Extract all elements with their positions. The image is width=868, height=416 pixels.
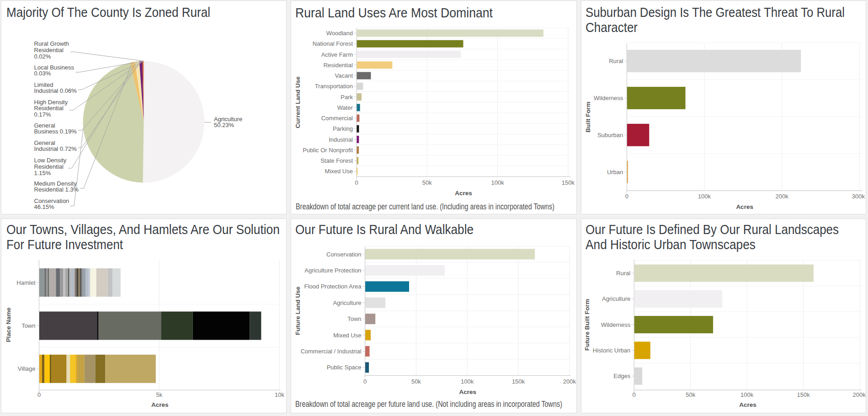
svg-text:100k: 100k [740,391,754,398]
svg-text:Local Business: Local Business [34,64,75,71]
svg-text:0: 0 [37,391,41,398]
svg-text:Residential: Residential [34,163,64,170]
svg-text:Our Future Is Rural And Walkab: Our Future Is Rural And Walkable [295,222,474,237]
svg-text:Rural: Rural [609,58,623,64]
svg-text:Transportation: Transportation [315,83,353,90]
svg-text:Residential: Residential [324,62,353,69]
svg-text:Commercial / Industrial: Commercial / Industrial [301,348,362,355]
svg-text:50k: 50k [411,378,421,385]
svg-text:Medium Density: Medium Density [34,180,77,187]
svg-text:Built Form: Built Form [585,101,591,133]
svg-text:Conservation: Conservation [326,251,362,258]
svg-text:Future Land Use: Future Land Use [294,286,301,335]
svg-text:Limited: Limited [34,81,53,88]
svg-text:Active Farm: Active Farm [321,51,353,58]
svg-text:0.17%: 0.17% [34,111,51,118]
svg-text:Acres: Acres [459,389,477,395]
svg-text:Park: Park [341,94,353,101]
svg-text:50k: 50k [686,391,695,398]
svg-text:150k: 150k [562,179,575,186]
svg-text:150k: 150k [797,391,810,398]
svg-text:Place Name: Place Name [5,307,12,342]
svg-text:Acres: Acres [455,190,472,197]
svg-text:1.15%: 1.15% [34,170,51,176]
svg-text:Woodland: Woodland [326,30,353,37]
svg-text:200k: 200k [563,378,576,385]
svg-text:300k: 300k [852,193,865,200]
svg-text:0.03%: 0.03% [34,70,51,77]
svg-text:Low Density: Low Density [34,157,67,164]
svg-text:State Forest: State Forest [320,157,353,164]
svg-text:46.15%: 46.15% [34,203,55,210]
svg-text:100k: 100k [698,193,711,200]
svg-text:Current Land Use: Current Land Use [294,76,301,128]
svg-text:100k: 100k [491,179,504,186]
svg-text:Water: Water [337,104,353,111]
svg-text:Commercial: Commercial [321,115,353,122]
svg-text:0: 0 [625,193,628,200]
svg-text:Conservation: Conservation [34,197,69,204]
svg-text:Hamlet: Hamlet [16,279,36,286]
svg-text:50k: 50k [422,179,432,186]
svg-text:Wilderness: Wilderness [594,95,623,101]
svg-text:Industrial 0.72%: Industrial 0.72% [34,145,77,152]
svg-text:Business 0.19%: Business 0.19% [34,128,77,135]
svg-text:100k: 100k [461,378,474,385]
svg-text:Acres: Acres [151,401,169,408]
svg-text:200k: 200k [776,193,789,200]
svg-text:Residential: Residential [34,47,64,53]
svg-text:150k: 150k [512,378,525,385]
svg-text:Future Built Form: Future Built Form [584,299,591,351]
svg-text:Rural: Rural [616,270,630,277]
svg-text:0: 0 [633,391,636,398]
svg-text:0: 0 [363,378,367,385]
svg-text:Rural Growth: Rural Growth [34,40,69,47]
svg-text:Agriculture: Agriculture [214,116,242,123]
svg-text:10k: 10k [275,391,284,398]
svg-text:For Future Investment: For Future Investment [6,237,123,252]
svg-text:Town: Town [347,315,361,322]
svg-text:Vacant: Vacant [335,72,353,79]
svg-text:Suburban: Suburban [597,132,623,139]
svg-text:Acres: Acres [739,401,756,408]
svg-text:Public Space: Public Space [327,364,362,371]
svg-text:Urban: Urban [607,169,623,176]
svg-text:Historic Urban: Historic Urban [593,347,630,354]
svg-text:Acres: Acres [736,203,753,210]
svg-text:Agriculture Protection: Agriculture Protection [304,267,361,274]
svg-text:Residential: Residential [34,105,64,112]
svg-text:Flood Protection Area: Flood Protection Area [304,283,362,290]
svg-text:Wilderness: Wilderness [601,321,631,328]
svg-text:200k: 200k [853,391,866,398]
svg-text:Industrial: Industrial [329,136,353,143]
svg-text:Character: Character [586,20,638,35]
svg-text:5k: 5k [156,391,162,398]
svg-text:Majority Of The County Is Zone: Majority Of The County Is Zoned Rural [6,5,210,20]
svg-text:Rural Land Uses Are Most Domin: Rural Land Uses Are Most Dominant [295,5,493,20]
svg-text:Residential 1.3%: Residential 1.3% [34,186,79,193]
svg-text:Parking: Parking [333,125,353,132]
svg-text:0: 0 [355,179,358,186]
svg-text:Mixed Use: Mixed Use [333,332,361,339]
svg-text:Agriculture: Agriculture [602,295,630,302]
svg-text:General: General [34,122,55,129]
svg-text:Town: Town [21,322,35,329]
svg-text:50.23%: 50.23% [214,122,234,128]
svg-text:Our Towns, Villages, And Hamle: Our Towns, Villages, And Hamlets Are Our… [6,222,280,237]
svg-text:National Forest: National Forest [313,40,353,47]
svg-text:Breakdown of total acreage per: Breakdown of total acreage per future la… [295,400,562,409]
svg-text:Agriculture: Agriculture [333,299,361,306]
svg-text:High Density: High Density [34,99,68,106]
svg-text:Village: Village [18,365,36,372]
svg-text:Mixed Use: Mixed Use [325,168,353,175]
svg-text:Suburban Design Is The Greates: Suburban Design Is The Greatest Threat T… [586,5,845,20]
svg-text:General: General [34,139,55,146]
svg-text:Our Future Is Defined By Our R: Our Future Is Defined By Our Rural Lands… [586,222,839,237]
svg-text:Breakdown of total acreage per: Breakdown of total acreage per current l… [296,202,554,211]
svg-text:Industrial 0.06%: Industrial 0.06% [34,87,77,94]
svg-text:Edges: Edges [613,373,630,379]
svg-text:0.02%: 0.02% [34,53,51,60]
svg-text:And Historic Urban Townscapes: And Historic Urban Townscapes [586,237,756,252]
svg-text:Public Or Nonprofit: Public Or Nonprofit [303,147,353,154]
